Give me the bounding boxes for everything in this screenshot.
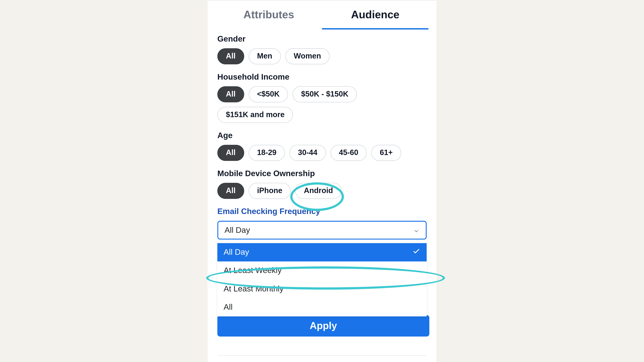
dropdown-option-all-day[interactable]: All Day bbox=[217, 243, 427, 261]
tab-bar: Attributes Audience bbox=[208, 0, 436, 29]
divider bbox=[217, 355, 427, 356]
apply-button[interactable]: Apply bbox=[217, 315, 429, 337]
gender-pill-women[interactable]: Women bbox=[285, 48, 330, 64]
audience-filter-panel: Attributes Audience Gender All Men Women… bbox=[208, 0, 436, 362]
dropdown-option-at-least-weekly[interactable]: At Least Weekly bbox=[217, 261, 427, 280]
income-section: Household Income All <$50K $50K - $150K … bbox=[217, 72, 427, 123]
age-pill-18-29[interactable]: 18-29 bbox=[248, 145, 285, 161]
gender-pill-all[interactable]: All bbox=[217, 48, 244, 64]
age-label: Age bbox=[217, 131, 427, 140]
age-pill-61plus[interactable]: 61+ bbox=[371, 145, 401, 161]
income-pill-under50k[interactable]: <$50K bbox=[248, 86, 288, 102]
device-pill-iphone[interactable]: iPhone bbox=[248, 183, 291, 199]
device-pill-android[interactable]: Android bbox=[295, 183, 342, 199]
age-section: Age All 18-29 30-44 45-60 61+ bbox=[217, 131, 427, 161]
device-pill-row: All iPhone Android bbox=[217, 183, 427, 199]
dropdown-option-label: All bbox=[224, 303, 232, 312]
dropdown-option-all[interactable]: All bbox=[217, 298, 427, 317]
income-pill-50to150k[interactable]: $50K - $150K bbox=[293, 86, 357, 102]
income-pill-row: All <$50K $50K - $150K $151K and more bbox=[217, 86, 427, 123]
device-label: Mobile Device Ownership bbox=[217, 169, 427, 178]
dropdown-option-at-least-monthly[interactable]: At Least Monthly bbox=[217, 280, 427, 298]
email-frequency-dropdown: All Day At Least Weekly At Least Monthly bbox=[217, 243, 427, 317]
age-pill-row: All 18-29 30-44 45-60 61+ bbox=[217, 145, 427, 161]
tab-attributes[interactable]: Attributes bbox=[216, 0, 322, 29]
check-icon bbox=[412, 247, 420, 257]
device-pill-all[interactable]: All bbox=[217, 183, 244, 199]
age-pill-all[interactable]: All bbox=[217, 145, 244, 161]
email-frequency-section: Email Checking Frequency All Day All Day bbox=[217, 207, 427, 240]
email-frequency-label: Email Checking Frequency bbox=[217, 207, 427, 216]
age-pill-30-44[interactable]: 30-44 bbox=[290, 145, 326, 161]
age-pill-45-60[interactable]: 45-60 bbox=[330, 145, 367, 161]
income-label: Household Income bbox=[217, 72, 427, 82]
dropdown-option-label: At Least Weekly bbox=[224, 266, 282, 275]
gender-label: Gender bbox=[217, 34, 427, 44]
income-pill-151kplus[interactable]: $151K and more bbox=[217, 107, 293, 123]
gender-section: Gender All Men Women bbox=[217, 34, 427, 64]
device-section: Mobile Device Ownership All iPhone Andro… bbox=[217, 169, 427, 199]
email-frequency-select[interactable]: All Day bbox=[217, 221, 427, 240]
gender-pill-row: All Men Women bbox=[217, 48, 427, 64]
chevron-down-icon bbox=[413, 227, 420, 233]
gender-pill-men[interactable]: Men bbox=[248, 48, 281, 64]
income-pill-all[interactable]: All bbox=[217, 86, 244, 102]
tab-audience[interactable]: Audience bbox=[322, 0, 428, 29]
dropdown-option-label: At Least Monthly bbox=[224, 284, 284, 294]
email-frequency-value: All Day bbox=[224, 225, 250, 235]
dropdown-option-label: All Day bbox=[224, 248, 249, 257]
